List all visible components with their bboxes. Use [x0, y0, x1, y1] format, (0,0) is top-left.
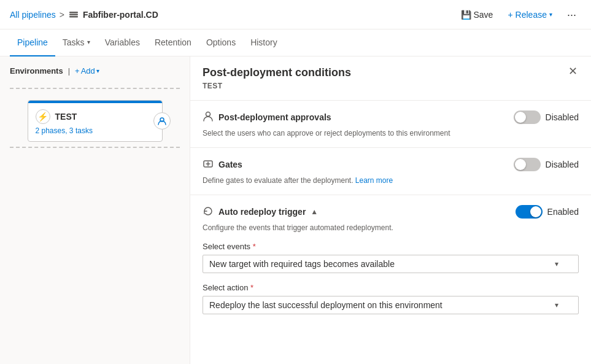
tab-retention-label: Retention: [155, 37, 191, 47]
gates-header: Gates Disabled: [203, 158, 579, 171]
tab-variables-label: Variables: [105, 37, 140, 47]
stage-container: ⚡ TEST 2 phases, 3 tasks: [10, 88, 180, 148]
release-label: Release: [516, 10, 547, 20]
pipeline-icon: [68, 9, 79, 20]
pipeline-panel: Environments | + Add ▾ ⚡ TEST 2 phases, …: [0, 56, 190, 364]
stage-meta: 2 phases, 3 tasks: [36, 126, 155, 135]
stage-person-icon[interactable]: [153, 112, 171, 130]
gates-toggle-thumb: [515, 159, 526, 170]
svg-rect-2: [69, 16, 78, 18]
gates-toggle-label: Disabled: [546, 160, 579, 169]
approvals-title-text: Post-deployment approvals: [218, 112, 331, 122]
events-dropdown-chevron-icon: ▾: [555, 260, 558, 268]
add-label: Add: [81, 66, 95, 76]
events-required-indicator: *: [253, 242, 256, 251]
gates-toggle-container: Disabled: [514, 158, 579, 171]
stage-lightning-icon: ⚡: [36, 109, 50, 124]
gates-toggle-track: [514, 158, 541, 171]
environments-header: Environments | + Add ▾: [10, 66, 180, 76]
environments-label: Environments: [10, 66, 63, 76]
gates-learn-more-link[interactable]: Learn more: [355, 176, 393, 185]
gates-section: Gates Disabled Define gates to evaluate …: [190, 147, 591, 195]
env-separator: |: [68, 66, 70, 76]
plus-icon: +: [508, 10, 512, 20]
gates-title: Gates: [203, 158, 242, 171]
approvals-toggle-container: Disabled: [514, 110, 579, 124]
auto-redeploy-section: Auto redeploy trigger ▲ Enabled Configur…: [190, 195, 591, 324]
svg-rect-0: [69, 12, 78, 14]
tab-pipeline-label: Pipeline: [17, 37, 48, 47]
stage-bottom-dashed-line: [10, 147, 180, 148]
pipeline-name: Fabfiber-portal.CD: [83, 10, 158, 20]
auto-redeploy-header: Auto redeploy trigger ▲ Enabled: [203, 205, 579, 219]
tab-retention[interactable]: Retention: [147, 29, 199, 56]
gates-desc-text: Define gates to evaluate after the deplo…: [203, 176, 353, 185]
tab-pipeline[interactable]: Pipeline: [10, 29, 55, 56]
tab-options-label: Options: [206, 37, 236, 47]
approvals-title: Post-deployment approvals: [203, 110, 331, 124]
select-action-dropdown[interactable]: Redeploy the last successful deployment …: [203, 296, 579, 314]
select-action-value: Redeploy the last successful deployment …: [209, 300, 442, 310]
top-bar-actions: 💾 Save + Release ▾ ···: [456, 7, 582, 23]
panel-subtitle: TEST: [190, 82, 591, 100]
stage-top-dashed-line: [10, 88, 180, 89]
close-icon: ✕: [568, 64, 577, 78]
breadcrumb-separator: >: [60, 10, 64, 20]
svg-point-4: [206, 112, 211, 117]
select-action-label: Select action *: [203, 283, 579, 292]
auto-redeploy-description: Configure the events that trigger automa…: [203, 223, 579, 232]
auto-redeploy-title-text: Auto redeploy trigger: [218, 207, 306, 217]
svg-rect-1: [69, 14, 78, 15]
auto-redeploy-icon: [203, 206, 214, 219]
approvals-toggle-label: Disabled: [546, 112, 579, 122]
stage-card-header: ⚡ TEST: [36, 109, 155, 124]
main-content: Environments | + Add ▾ ⚡ TEST 2 phases, …: [0, 56, 591, 364]
approvals-icon: [203, 110, 214, 124]
auto-redeploy-title: Auto redeploy trigger ▲: [203, 206, 318, 219]
select-events-label: Select events *: [203, 242, 579, 251]
tab-tasks[interactable]: Tasks ▾: [55, 29, 98, 56]
auto-redeploy-toggle-container: Enabled: [516, 205, 579, 219]
conditions-panel: ✕ Post-deployment conditions TEST Post-d…: [190, 56, 591, 364]
tab-history[interactable]: History: [243, 29, 285, 56]
stage-card-body: ⚡ TEST 2 phases, 3 tasks: [28, 103, 162, 141]
approvals-description: Select the users who can approve or reje…: [203, 129, 579, 137]
approvals-toggle-track: [514, 110, 541, 124]
save-button[interactable]: 💾 Save: [456, 7, 498, 22]
gates-title-text: Gates: [218, 160, 242, 169]
tab-history-label: History: [250, 37, 277, 47]
add-icon: +: [75, 66, 80, 76]
select-action-group: Select action * Redeploy the last succes…: [203, 283, 579, 314]
top-bar: All pipelines > Fabfiber-portal.CD 💾 Sav…: [0, 0, 591, 29]
gates-toggle[interactable]: [514, 158, 541, 171]
breadcrumb: All pipelines > Fabfiber-portal.CD: [10, 9, 158, 20]
tab-variables[interactable]: Variables: [98, 29, 147, 56]
more-options-button[interactable]: ···: [562, 7, 581, 23]
approvals-section: Post-deployment approvals Disabled Selec…: [190, 100, 591, 147]
tasks-chevron-icon: ▾: [87, 39, 90, 45]
auto-redeploy-toggle[interactable]: [516, 205, 543, 219]
action-dropdown-chevron-icon: ▾: [555, 301, 558, 309]
tab-bar: Pipeline Tasks ▾ Variables Retention Opt…: [0, 29, 591, 56]
all-pipelines-link[interactable]: All pipelines: [10, 10, 56, 20]
approvals-header: Post-deployment approvals Disabled: [203, 110, 579, 124]
save-label: Save: [474, 10, 493, 20]
select-events-dropdown[interactable]: New target with required tags becomes av…: [203, 255, 579, 273]
close-button[interactable]: ✕: [564, 63, 581, 80]
stage-name: TEST: [55, 112, 77, 122]
stage-card[interactable]: ⚡ TEST 2 phases, 3 tasks: [28, 100, 163, 142]
panel-title: Post-deployment conditions: [190, 56, 591, 82]
approvals-toggle[interactable]: [514, 110, 541, 124]
more-icon: ···: [567, 9, 576, 21]
release-button[interactable]: + Release ▾: [503, 7, 557, 22]
auto-redeploy-toggle-track: [516, 205, 543, 219]
auto-redeploy-toggle-thumb: [530, 206, 541, 217]
select-action-label-text: Select action: [203, 283, 248, 292]
add-chevron-icon: ▾: [96, 68, 99, 74]
gates-icon: [203, 158, 214, 171]
release-chevron-icon: ▾: [549, 11, 552, 18]
tab-options[interactable]: Options: [199, 29, 243, 56]
add-environment-button[interactable]: + Add ▾: [75, 66, 99, 76]
select-events-value: New target with required tags becomes av…: [209, 259, 395, 269]
select-events-group: Select events * New target with required…: [203, 242, 579, 273]
